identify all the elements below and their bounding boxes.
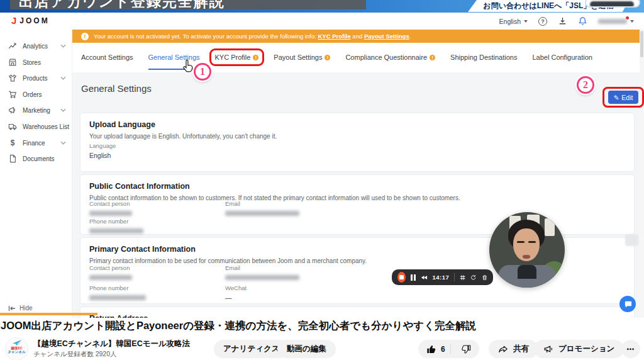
download-icon[interactable] (558, 16, 567, 26)
edit-button[interactable]: ✎Edit (608, 91, 638, 104)
chevron-down-icon (630, 20, 634, 23)
paper-plane-icon (12, 339, 22, 346)
screen-recorder-toolbar: 14:17 (392, 269, 493, 285)
help-icon[interactable]: ? (538, 17, 547, 26)
grid-icon[interactable] (460, 274, 465, 281)
pause-button[interactable] (411, 274, 416, 281)
sidebar-item-marketing[interactable]: Marketing (0, 103, 72, 117)
thumbs-down-icon[interactable] (461, 344, 471, 354)
divider (454, 273, 455, 281)
truck-icon (8, 122, 17, 131)
analytics-chart-icon (8, 42, 17, 50)
promo-banner-title-box: 出店アカウント登録完全解説 (10, 0, 366, 9)
language-value: English (499, 18, 521, 25)
field-label: Email (225, 200, 299, 207)
channel-avatar[interactable]: 越境EC チャンネル (5, 337, 28, 360)
megaphone-icon (8, 106, 17, 115)
user-name-redacted (598, 19, 627, 24)
chevron-down-icon (524, 20, 528, 23)
tab-payout-settings[interactable]: Payout Settings! (274, 53, 330, 69)
screenshot-stage: 出店アカウント登録完全解説 お問い合わせはLINEへ「JSL」と送信 J JOO… (0, 0, 644, 360)
presenter-webcam-bubble (489, 212, 565, 288)
sidebar-item-documents[interactable]: Documents (0, 152, 72, 166)
activation-alert-banner: ! Your account is not activated yet. To … (72, 30, 644, 43)
share-button[interactable]: 共有 (489, 340, 538, 358)
sidebar-item-stores[interactable]: Stores (0, 55, 72, 69)
redacted-value (225, 275, 299, 280)
like-dislike-group: 6 (418, 340, 479, 358)
dollar-icon: $ (8, 138, 17, 147)
language-selector[interactable]: English (499, 18, 528, 25)
upload-language-card: Upload Language Your upload language is … (80, 113, 634, 171)
joom-logo[interactable]: J JOOM (11, 16, 50, 25)
rewind-icon[interactable] (421, 274, 428, 281)
chat-widget-button[interactable] (619, 296, 636, 312)
tab-kyc-profile[interactable]: KYC Profile! (215, 53, 259, 69)
tab-shipping-destinations[interactable]: Shipping Destinations (450, 53, 517, 69)
redacted-value (89, 211, 132, 216)
redacted-value (225, 211, 299, 216)
channel-name[interactable]: 【越境ECチャンネル】韓国ECモール攻略法 (33, 339, 190, 349)
sidebar: Analytics Stores Products Orders Marketi… (0, 30, 72, 318)
redacted-value (89, 275, 132, 280)
user-menu[interactable] (598, 19, 634, 24)
scrollbar (640, 30, 644, 318)
stop-recording-button[interactable] (397, 272, 406, 283)
notifications-bell-icon[interactable] (578, 16, 587, 26)
tab-account-settings[interactable]: Account Settings (81, 53, 133, 69)
sidebar-item-analytics[interactable]: Analytics (0, 39, 72, 53)
pencil-icon: ✎ (614, 94, 619, 101)
thumbs-up-icon[interactable] (426, 344, 436, 354)
tab-compliance-questionnaire[interactable]: Compliance Questionnaire! (345, 53, 435, 69)
cutoff-overlay-button (585, 0, 640, 8)
field-label: Language (89, 142, 116, 149)
video-title: JOOM出店アカウント開設とPayoneerの登録・連携の方法を、完全初心者でも… (1, 319, 636, 333)
hand-cursor-icon (180, 59, 196, 74)
field-label: Contact person (89, 200, 132, 207)
sidebar-item-orders[interactable]: Orders (0, 87, 72, 101)
field-label: Phone number (89, 218, 143, 225)
trash-icon[interactable] (482, 274, 487, 281)
scrollbar-thumb[interactable] (640, 31, 643, 57)
field-value: — (225, 294, 247, 301)
chevron-down-icon (60, 76, 66, 80)
field-label: Phone number (89, 284, 146, 291)
store-icon (8, 58, 17, 67)
tab-label-configuration[interactable]: Label Configuration (532, 53, 592, 69)
step-annotation-2: 2 (577, 76, 594, 94)
chevron-down-icon (60, 108, 66, 112)
redacted-value (89, 295, 146, 300)
alert-kyc-link[interactable]: KYC Profile (318, 33, 350, 40)
sidebar-item-warehouses[interactable]: Warehouses List (0, 120, 72, 133)
step-annotation-1: 1 (194, 63, 211, 81)
blurred-overlay-artifact (625, 234, 638, 246)
card-title: Public Contact Information (89, 182, 625, 191)
field-label: Contact person (89, 264, 132, 271)
field-label: Email (225, 264, 299, 271)
warning-badge-icon: ! (430, 55, 435, 60)
sidebar-item-finance[interactable]: $ Finance (0, 136, 72, 150)
alert-payout-link[interactable]: Payout Settings (364, 33, 409, 40)
restart-icon[interactable] (470, 274, 476, 281)
cart-icon (8, 90, 17, 99)
edit-video-button[interactable]: 動画の編集 (277, 340, 336, 358)
promotion-button[interactable]: プロモーション (534, 340, 624, 358)
like-count: 6 (441, 345, 445, 354)
promo-banner: 出店アカウント登録完全解説 お問い合わせはLINEへ「JSL」と送信 (0, 0, 644, 13)
field-value: English (89, 152, 116, 159)
chevron-down-icon (60, 141, 66, 145)
megaphone-icon (543, 344, 554, 354)
divider (450, 344, 451, 354)
collapse-arrow-icon (8, 305, 16, 312)
shirt-icon (8, 74, 17, 82)
share-arrow-icon (498, 344, 509, 354)
video-progress-strip (0, 313, 97, 315)
sidebar-hide-button[interactable]: Hide (8, 305, 33, 312)
sidebar-item-products[interactable]: Products (0, 71, 72, 85)
warning-icon: ! (81, 33, 89, 40)
warning-badge-icon: ! (253, 55, 258, 60)
card-description: Public contact information to be shown t… (89, 194, 625, 201)
settings-tabbar: Account Settings General Settings KYC Pr… (72, 43, 644, 72)
card-description: Your upload language is English. Unfortu… (89, 133, 625, 140)
more-actions-button[interactable]: ⋯ (621, 340, 640, 358)
